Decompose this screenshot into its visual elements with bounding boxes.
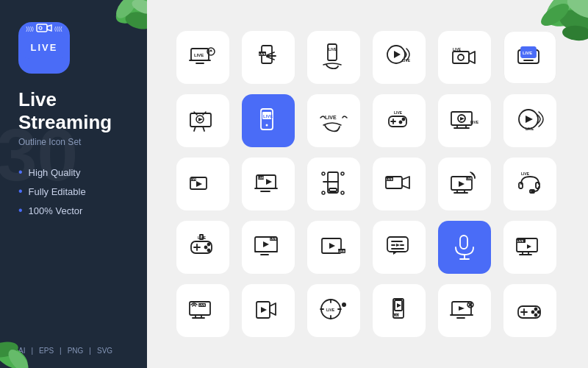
icon-circle-play[interactable]: LIVE <box>373 31 426 84</box>
svg-line-26 <box>267 57 274 60</box>
svg-text:LIVE: LIVE <box>453 47 462 52</box>
svg-point-81 <box>322 172 325 175</box>
icon-badge-live2[interactable]: LIVE <box>503 94 556 147</box>
svg-point-6 <box>39 26 42 29</box>
right-panel: LIVE LIVE LIVE <box>147 0 588 368</box>
svg-marker-69 <box>196 181 202 187</box>
icon-mobile-hand[interactable]: LIVE <box>307 31 360 84</box>
svg-text:LIVE: LIVE <box>394 314 401 317</box>
format-svg: SVG <box>97 347 112 355</box>
svg-text:LIVE: LIVE <box>339 250 345 253</box>
svg-text:LIVE: LIVE <box>263 114 273 118</box>
icon-monitor-live3[interactable]: LIVE <box>503 221 556 274</box>
svg-marker-66 <box>526 116 533 123</box>
svg-text:LIVE: LIVE <box>521 171 530 176</box>
svg-text:LIVE: LIVE <box>326 308 335 312</box>
format-sep2: | <box>60 347 62 355</box>
svg-point-83 <box>322 191 325 194</box>
svg-rect-125 <box>460 236 467 249</box>
icon-laptop-play[interactable]: LIVE <box>242 158 295 210</box>
icon-gamepad-live[interactable]: LIVE <box>373 94 426 147</box>
icon-play-box[interactable]: LIVE <box>307 221 360 274</box>
svg-text:LIVE: LIVE <box>526 127 534 131</box>
logo-live-text: LIVE <box>18 35 70 59</box>
icon-mic-blue[interactable] <box>438 221 491 274</box>
icon-camera-live[interactable]: LIVE <box>438 31 491 84</box>
svg-text:LIVE: LIVE <box>467 177 473 180</box>
camera-icon <box>36 22 52 34</box>
svg-marker-31 <box>394 51 401 58</box>
svg-point-55 <box>403 118 405 121</box>
features-list: High Quality Fully Editable 100% Vector <box>18 166 129 217</box>
svg-point-164 <box>535 314 537 316</box>
svg-point-84 <box>341 191 344 194</box>
svg-point-162 <box>535 308 537 311</box>
icon-laptop-live[interactable]: LIVE <box>176 31 229 84</box>
svg-marker-149 <box>397 303 401 308</box>
logo-badge: )))) (((( LIVE <box>18 22 70 74</box>
svg-text:LIVE: LIVE <box>259 52 266 56</box>
svg-rect-80 <box>329 188 337 191</box>
feature-quality: High Quality <box>18 166 129 179</box>
svg-text:LIVE: LIVE <box>394 110 403 115</box>
svg-marker-155 <box>459 306 465 311</box>
svg-text:LIVE: LIVE <box>387 177 393 181</box>
svg-point-165 <box>538 311 540 314</box>
svg-point-103 <box>208 244 210 246</box>
feature-editable: Fully Editable <box>18 185 129 198</box>
svg-point-163 <box>532 311 534 314</box>
icon-gamepad3[interactable] <box>503 284 556 337</box>
svg-marker-131 <box>527 244 531 249</box>
icon-monitor-play[interactable]: LIVE <box>438 94 491 147</box>
feature-vector: 100% Vector <box>18 204 129 217</box>
svg-marker-86 <box>402 177 409 188</box>
svg-marker-120 <box>396 244 400 247</box>
svg-text:LIVE: LIVE <box>470 120 479 124</box>
svg-marker-115 <box>329 243 335 249</box>
icon-speech-play[interactable] <box>373 221 426 274</box>
leaf-bottom-decoration <box>0 316 48 368</box>
svg-text:LIVE: LIVE <box>517 239 524 243</box>
svg-text:LIVE: LIVE <box>194 53 204 57</box>
svg-rect-33 <box>453 52 469 63</box>
icon-monitor-live2[interactable]: LIVE <box>438 158 491 210</box>
svg-marker-21 <box>209 49 212 52</box>
svg-text:LIVE: LIVE <box>191 178 197 181</box>
icon-video-box[interactable] <box>242 284 295 337</box>
svg-point-146 <box>342 302 346 307</box>
svg-text:LIVE: LIVE <box>199 303 206 307</box>
svg-point-56 <box>400 121 402 124</box>
icon-video-live[interactable]: LIVE <box>373 158 426 210</box>
svg-marker-142 <box>270 303 276 315</box>
main-title: LiveStreaming <box>18 88 129 134</box>
icon-phone-badge[interactable]: LIVE <box>242 31 295 84</box>
svg-marker-46 <box>198 118 203 121</box>
icon-gamepad2[interactable]: LIVE <box>176 221 229 274</box>
icon-circle-live[interactable]: LIVE <box>307 284 360 337</box>
svg-marker-34 <box>469 52 475 63</box>
icon-laptop-play2[interactable] <box>438 284 491 337</box>
icon-play-live-tag[interactable]: LIVE <box>176 158 229 210</box>
format-sep3: | <box>89 347 91 355</box>
svg-point-82 <box>341 172 344 175</box>
left-panel: )))) (((( LIVE 30 LiveStreaming Outline … <box>0 0 147 368</box>
svg-point-35 <box>458 54 464 60</box>
icon-tv-play[interactable] <box>176 94 229 147</box>
icon-monitor-live4[interactable]: LIVE <box>176 284 229 337</box>
subtitle: Outline Icon Set <box>18 137 129 147</box>
icon-headset-live[interactable]: LIVE <box>503 158 556 210</box>
svg-marker-77 <box>266 179 272 185</box>
svg-marker-60 <box>460 117 465 121</box>
leaf-top-decoration <box>96 0 147 52</box>
icon-phone-scan[interactable] <box>307 158 360 210</box>
icon-hand-live[interactable]: LIVE <box>307 94 360 147</box>
icon-phone-live2[interactable]: LIVE <box>373 284 426 337</box>
svg-marker-119 <box>393 252 398 255</box>
icon-monitor-play2[interactable]: LIVE <box>242 221 295 274</box>
svg-marker-143 <box>261 307 267 313</box>
plant-top-right <box>511 0 588 70</box>
svg-text:LIVE: LIVE <box>329 47 337 52</box>
icon-phone-live-blue[interactable]: LIVE <box>242 94 295 147</box>
svg-text:LIVE: LIVE <box>270 237 277 241</box>
svg-point-105 <box>208 250 210 252</box>
